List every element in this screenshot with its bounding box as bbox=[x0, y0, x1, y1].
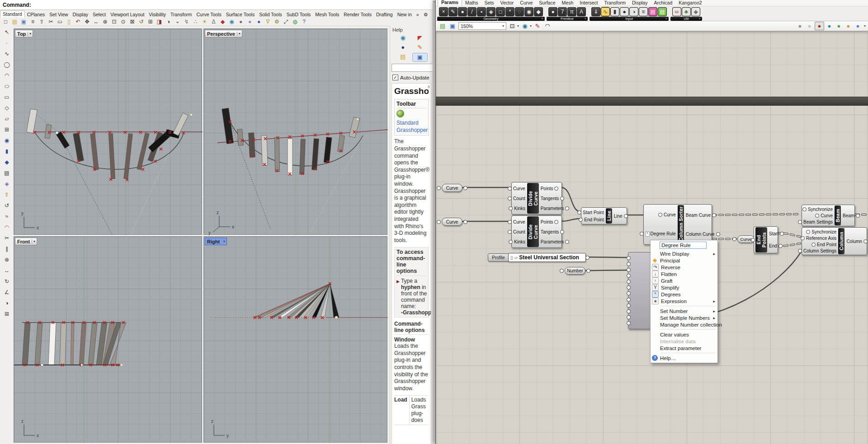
mirror-tool-icon[interactable]: ◑ bbox=[2, 298, 12, 308]
scroll-up-icon[interactable]: ∧ bbox=[427, 84, 430, 89]
menu-item-set-multiple-numbers[interactable]: Set Multiple Numbers▸ bbox=[651, 314, 717, 321]
gh-menu-transform[interactable]: Transform bbox=[601, 0, 629, 6]
viewport-menu-caret-icon[interactable]: ▾ bbox=[222, 239, 226, 243]
link-icon[interactable]: ↯ bbox=[183, 18, 190, 25]
rectangle-tool-icon[interactable]: ▭ bbox=[2, 92, 12, 103]
gh-menu-archicad[interactable]: Archicad bbox=[651, 0, 675, 6]
circle-param-icon[interactable]: × bbox=[439, 7, 448, 16]
sphere-1-icon[interactable]: ● bbox=[237, 18, 245, 25]
preview-orange-icon[interactable]: ● bbox=[844, 22, 853, 30]
zoom-extents-icon[interactable]: ⊠ bbox=[128, 18, 136, 25]
zoom-extents-button[interactable]: ⊡ ▾ bbox=[508, 23, 519, 29]
curve-parameter[interactable]: Curve bbox=[442, 184, 462, 192]
integer-param-icon[interactable]: 7 bbox=[558, 7, 567, 16]
rhino-tab-set-view[interactable]: Set View bbox=[47, 11, 70, 18]
revolve-tool-icon[interactable]: ↺ bbox=[2, 200, 12, 211]
zoom-window-icon[interactable]: ⊡ bbox=[110, 18, 118, 25]
rhino-tab-standard[interactable]: Standard bbox=[0, 10, 25, 18]
loft-tool-icon[interactable]: ≈ bbox=[2, 211, 12, 222]
rhino-tab-drafting[interactable]: Drafting bbox=[374, 11, 395, 18]
surface-tool-icon[interactable]: ▱ bbox=[2, 113, 12, 124]
import-icon[interactable]: ⇓ bbox=[591, 7, 600, 16]
preview-teal-icon[interactable]: ● bbox=[825, 22, 834, 30]
menu-item-simplify[interactable]: YSimplify bbox=[651, 284, 717, 291]
command-bar[interactable]: Command: bbox=[0, 0, 435, 10]
end-points-component[interactable]: End Points Start End bbox=[754, 226, 778, 253]
subd-tool-icon[interactable]: ◈ bbox=[2, 178, 12, 189]
viewport-front-label[interactable]: Front ▾ bbox=[15, 238, 37, 245]
field-param-icon[interactable]: * bbox=[505, 7, 514, 16]
viewport-perspective[interactable]: Perspective ▾ bbox=[203, 28, 387, 235]
viewport-menu-caret-icon[interactable]: ▾ bbox=[32, 239, 37, 243]
sphere-tool-icon[interactable]: ◉ bbox=[2, 135, 12, 146]
new-file-icon[interactable]: □ bbox=[2, 18, 9, 25]
gh-menu-surface[interactable]: Surface bbox=[536, 0, 558, 6]
menu-item-degrees[interactable]: °Degrees bbox=[651, 291, 717, 298]
rhino-tab-display[interactable]: Display bbox=[71, 11, 90, 18]
rhino-tab-transform[interactable]: Transform bbox=[168, 11, 194, 18]
group-label-util[interactable]: Util+ bbox=[670, 17, 702, 21]
earth-icon[interactable]: ◍ bbox=[291, 18, 299, 25]
zoom-level-select[interactable]: 150% ▾ bbox=[458, 22, 506, 30]
help-book-icon[interactable]: ▣ bbox=[412, 53, 428, 62]
divide-curve-component[interactable]: Curve Count Kinks Divide Curve Points Ta… bbox=[511, 215, 562, 248]
front-viewport-canvas[interactable]: z x bbox=[14, 237, 203, 443]
number-parameter[interactable]: Number bbox=[565, 267, 585, 275]
cluster-icon[interactable]: ◆ bbox=[691, 7, 700, 16]
menu-item-graft[interactable]: ↑Graft bbox=[651, 277, 717, 284]
pan-icon[interactable]: ✥ bbox=[83, 18, 91, 25]
brep-param-icon[interactable]: ◌ bbox=[515, 7, 524, 16]
vector-param-icon[interactable]: / bbox=[467, 7, 476, 16]
save-icon[interactable]: ▣ bbox=[20, 18, 28, 25]
perspective-viewport-canvas[interactable]: z x y bbox=[204, 29, 388, 235]
menu-item-clear-values[interactable]: Clear values bbox=[651, 331, 717, 338]
curve-tool-icon[interactable]: ∿ bbox=[2, 48, 12, 59]
zoom-selected-icon[interactable]: ⊙ bbox=[119, 18, 127, 25]
analyze-icon[interactable]: ∇ bbox=[264, 18, 272, 25]
help-icon[interactable]: ? bbox=[300, 18, 308, 25]
line-component[interactable]: Start Point End Point Line Line bbox=[581, 207, 627, 224]
gh-menu-display[interactable]: Display bbox=[629, 0, 651, 6]
circle-tool-icon[interactable]: ◯ bbox=[2, 59, 12, 70]
point-param-icon[interactable]: ● bbox=[458, 7, 467, 16]
steel-section-value-list[interactable]: ▯ ▱ Steel Universal Section bbox=[508, 253, 586, 262]
expand-icon[interactable]: ⤢ bbox=[282, 18, 290, 25]
paste-icon[interactable]: ▯ bbox=[65, 18, 73, 25]
brush-icon[interactable]: ✎ bbox=[412, 43, 428, 51]
top-viewport-canvas[interactable]: y x bbox=[14, 29, 203, 235]
fillet-tool-icon[interactable]: ◠ bbox=[2, 222, 12, 233]
menu-item-expression[interactable]: ∗Expression▸ bbox=[651, 298, 717, 304]
rhino-tab-mesh-tools[interactable]: Mesh Tools bbox=[313, 11, 341, 18]
boolean-param-icon[interactable]: ● bbox=[548, 7, 557, 16]
cut-icon[interactable]: ✂ bbox=[47, 18, 55, 25]
geometry-param-icon[interactable]: ◈ bbox=[486, 7, 495, 16]
shade-icon[interactable]: ◑ bbox=[165, 18, 172, 25]
preview-wireframe-icon[interactable]: ● bbox=[796, 22, 804, 30]
environment-icon[interactable]: ● bbox=[395, 43, 411, 51]
box-tool-icon[interactable]: ⊞ bbox=[2, 124, 12, 135]
point-tool-icon[interactable]: ∙ bbox=[2, 37, 12, 48]
control-knob-icon[interactable]: ◑ bbox=[629, 7, 638, 16]
colour-swatch-icon[interactable]: ▤ bbox=[648, 7, 657, 16]
rhino-tab-overflow-chevron[interactable]: » bbox=[414, 11, 421, 18]
save-document-icon[interactable]: ▣ bbox=[448, 23, 457, 29]
parameter-name-input[interactable] bbox=[660, 242, 707, 249]
divide-curve-component[interactable]: Curve Count Kinks Divide Curve Points Ta… bbox=[511, 182, 562, 215]
gh-menu-maths[interactable]: Maths bbox=[462, 0, 481, 6]
preview-green-icon[interactable]: ● bbox=[835, 22, 843, 30]
scroll-down-icon[interactable]: ∨ bbox=[426, 442, 430, 444]
beam-component[interactable]: Synchronize Curve Beam Settings Beam Bea… bbox=[802, 205, 855, 226]
viewport-top-label[interactable]: Top ▾ bbox=[15, 30, 33, 37]
right-viewport-canvas[interactable]: z y bbox=[204, 237, 388, 443]
preview-visibility-button[interactable]: ◉ ▾ bbox=[521, 23, 532, 29]
rhino-tab-visibility[interactable]: Visibility bbox=[146, 11, 168, 18]
menu-item-extract-parameter[interactable]: Extract parameter bbox=[651, 345, 717, 351]
viewport-right[interactable]: Right ▾ bbox=[203, 236, 387, 443]
menu-item-principal[interactable]: ◆Principal bbox=[651, 257, 717, 264]
preview-caret-icon[interactable]: ▾ bbox=[864, 24, 866, 28]
scale-tool-icon[interactable]: ∠ bbox=[2, 287, 12, 298]
rhino-tab-new-in[interactable]: New in bbox=[395, 11, 414, 18]
curve-param-icon[interactable]: ✎ bbox=[448, 7, 458, 16]
undo-view-icon[interactable]: ↺ bbox=[137, 18, 145, 25]
standard-link[interactable]: Standard bbox=[396, 119, 426, 126]
